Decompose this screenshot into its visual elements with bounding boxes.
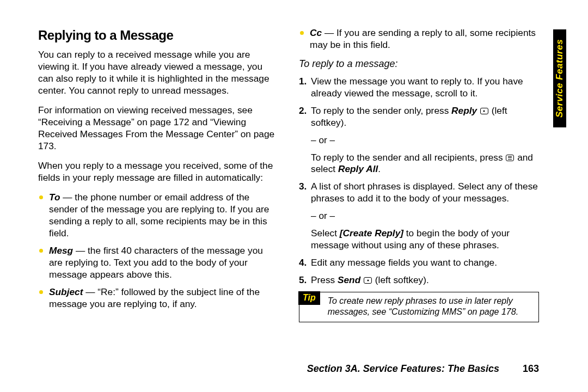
bullet-subject: Subject — “Re:” followed by the subject … — [38, 286, 278, 310]
procedure-lead: To reply to a message: — [299, 58, 539, 70]
btn-label-create-reply: [Create Reply] — [340, 228, 403, 238]
tip-box: Tip To create new reply phrases to use i… — [299, 292, 539, 322]
step-text: A list of short phrases is displayed. Se… — [311, 181, 538, 204]
body-paragraph: You can reply to a received message whil… — [38, 49, 278, 97]
field-label: To — [49, 192, 60, 203]
procedure-steps: 1.View the message you want to reply to.… — [299, 76, 539, 286]
field-label: Mesg — [49, 245, 73, 256]
menu-key-icon — [506, 155, 514, 161]
side-tab-service-features: Service Features — [553, 29, 566, 127]
field-desc: — the phone number or email address of t… — [49, 192, 269, 238]
step-1: 1.View the message you want to reply to.… — [299, 76, 539, 100]
softkey-icon — [364, 277, 372, 284]
manual-page: Service Features Replying to a Message Y… — [0, 0, 588, 392]
step-3: 3. A list of short phrases is displayed.… — [299, 181, 539, 252]
field-bullet-list: To — the phone number or email address o… — [38, 192, 278, 310]
bullet-to: To — the phone number or email address o… — [38, 192, 278, 240]
step-text: To reply to the sender only, press — [311, 105, 451, 116]
field-bullet-list-cont: Cc — If you are sending a reply to all, … — [299, 27, 539, 51]
step-text: View the message you want to reply to. I… — [311, 76, 523, 99]
field-label: Subject — [49, 286, 83, 297]
field-desc: — the first 40 characters of the message… — [49, 245, 263, 280]
footer-section: Section 3A. Service Features: The Basics — [307, 363, 499, 374]
section-heading: Replying to a Message — [38, 27, 278, 44]
body-paragraph: For information on viewing received mess… — [38, 105, 278, 152]
step-text: To reply to the sender and all recipient… — [311, 152, 505, 163]
body-paragraph: When you reply to a message you received… — [38, 160, 278, 184]
bullet-cc: Cc — If you are sending a reply to all, … — [299, 27, 539, 51]
step-text: Edit any message fields you want to chan… — [311, 257, 497, 268]
field-label: Cc — [310, 27, 322, 38]
right-column: Cc — If you are sending a reply to all, … — [299, 27, 539, 354]
step-text: Press — [311, 274, 338, 285]
left-column: Replying to a Message You can reply to a… — [38, 27, 278, 354]
btn-label-send: Send — [338, 274, 360, 285]
tip-label: Tip — [298, 291, 320, 305]
page-number: 163 — [523, 363, 539, 374]
step-5: 5. Press Send (left softkey). — [299, 274, 539, 286]
or-divider: – or – — [311, 210, 539, 222]
step-text: Select — [311, 228, 340, 238]
bullet-mesg: Mesg — the first 40 characters of the me… — [38, 245, 278, 281]
field-desc: — If you are sending a reply to all, som… — [310, 27, 536, 50]
btn-label-reply: Reply — [451, 105, 477, 116]
step-4: 4.Edit any message fields you want to ch… — [299, 257, 539, 269]
or-divider: – or – — [311, 134, 539, 146]
step-2: 2. To reply to the sender only, press Re… — [299, 105, 539, 176]
btn-label-reply-all: Reply All — [338, 163, 378, 174]
tip-text: To create new reply phrases to use in la… — [328, 296, 534, 317]
softkey-icon — [480, 108, 488, 114]
two-column-layout: Replying to a Message You can reply to a… — [38, 27, 539, 354]
page-footer: Section 3A. Service Features: The Basics… — [307, 363, 539, 375]
step-text: (left softkey). — [372, 274, 429, 285]
